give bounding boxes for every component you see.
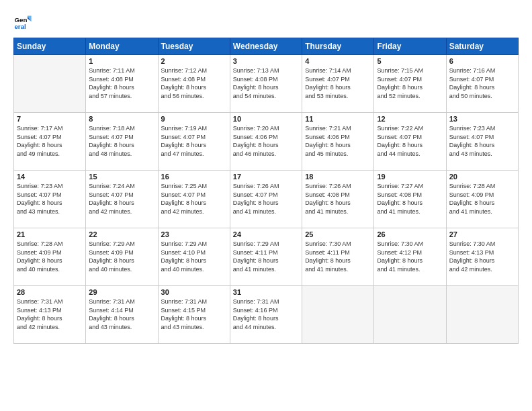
day-info: Sunrise: 7:22 AMSunset: 4:07 PMDaylight:…	[377, 124, 443, 158]
day-cell: 31Sunrise: 7:31 AMSunset: 4:16 PMDayligh…	[230, 286, 302, 344]
day-info: Sunrise: 7:18 AMSunset: 4:07 PMDaylight:…	[89, 124, 154, 158]
day-cell: 5Sunrise: 7:15 AMSunset: 4:07 PMDaylight…	[374, 55, 446, 113]
day-number: 30	[161, 288, 227, 296]
day-info: Sunrise: 7:12 AMSunset: 4:08 PMDaylight:…	[161, 66, 227, 100]
day-cell: 11Sunrise: 7:21 AMSunset: 4:06 PMDayligh…	[302, 113, 374, 171]
day-info: Sunrise: 7:31 AMSunset: 4:14 PMDaylight:…	[89, 298, 154, 331]
day-cell: 29Sunrise: 7:31 AMSunset: 4:14 PMDayligh…	[86, 286, 158, 344]
day-number: 19	[377, 173, 443, 181]
day-cell: 26Sunrise: 7:30 AMSunset: 4:12 PMDayligh…	[374, 228, 446, 286]
day-cell: 21Sunrise: 7:28 AMSunset: 4:09 PMDayligh…	[14, 228, 86, 286]
day-info: Sunrise: 7:14 AMSunset: 4:07 PMDaylight:…	[305, 66, 371, 100]
day-info: Sunrise: 7:28 AMSunset: 4:09 PMDaylight:…	[449, 182, 515, 216]
day-number: 26	[377, 230, 443, 238]
day-number: 10	[233, 115, 299, 123]
day-info: Sunrise: 7:19 AMSunset: 4:07 PMDaylight:…	[161, 124, 227, 158]
day-number: 3	[233, 57, 299, 65]
day-cell: 3Sunrise: 7:13 AMSunset: 4:08 PMDaylight…	[230, 55, 302, 113]
day-cell: 23Sunrise: 7:29 AMSunset: 4:10 PMDayligh…	[158, 228, 230, 286]
day-cell: 30Sunrise: 7:31 AMSunset: 4:15 PMDayligh…	[158, 286, 230, 344]
col-header-friday: Friday	[374, 38, 446, 55]
day-info: Sunrise: 7:24 AMSunset: 4:07 PMDaylight:…	[89, 182, 154, 216]
day-cell: 8Sunrise: 7:18 AMSunset: 4:07 PMDaylight…	[86, 113, 158, 171]
day-number: 2	[161, 57, 227, 65]
week-row-1: 1Sunrise: 7:11 AMSunset: 4:08 PMDaylight…	[14, 55, 519, 113]
day-number: 1	[89, 57, 154, 65]
day-info: Sunrise: 7:17 AMSunset: 4:07 PMDaylight:…	[17, 124, 83, 158]
day-number: 28	[17, 288, 83, 296]
day-number: 21	[17, 230, 83, 238]
page-header: Gen eral	[13, 12, 519, 31]
day-cell: 24Sunrise: 7:29 AMSunset: 4:11 PMDayligh…	[230, 228, 302, 286]
day-cell: 18Sunrise: 7:26 AMSunset: 4:08 PMDayligh…	[302, 171, 374, 228]
day-cell: 25Sunrise: 7:30 AMSunset: 4:11 PMDayligh…	[302, 228, 374, 286]
day-info: Sunrise: 7:29 AMSunset: 4:11 PMDaylight:…	[233, 240, 299, 273]
day-number: 25	[305, 230, 371, 238]
day-number: 23	[161, 230, 227, 238]
day-cell: 19Sunrise: 7:27 AMSunset: 4:08 PMDayligh…	[374, 171, 446, 228]
day-info: Sunrise: 7:31 AMSunset: 4:15 PMDaylight:…	[161, 298, 227, 331]
col-header-sunday: Sunday	[14, 38, 86, 55]
day-cell: 13Sunrise: 7:23 AMSunset: 4:07 PMDayligh…	[446, 113, 518, 171]
day-info: Sunrise: 7:26 AMSunset: 4:08 PMDaylight:…	[305, 182, 371, 216]
day-cell: 10Sunrise: 7:20 AMSunset: 4:06 PMDayligh…	[230, 113, 302, 171]
svg-text:eral: eral	[14, 23, 26, 30]
day-info: Sunrise: 7:29 AMSunset: 4:09 PMDaylight:…	[89, 240, 154, 273]
day-cell: 9Sunrise: 7:19 AMSunset: 4:07 PMDaylight…	[158, 113, 230, 171]
day-cell: 27Sunrise: 7:30 AMSunset: 4:13 PMDayligh…	[446, 228, 518, 286]
day-info: Sunrise: 7:20 AMSunset: 4:06 PMDaylight:…	[233, 124, 299, 158]
day-number: 20	[449, 173, 515, 181]
day-cell: 20Sunrise: 7:28 AMSunset: 4:09 PMDayligh…	[446, 171, 518, 228]
day-number: 6	[449, 57, 515, 65]
day-number: 14	[17, 173, 83, 181]
day-info: Sunrise: 7:15 AMSunset: 4:07 PMDaylight:…	[377, 66, 443, 100]
day-cell: 17Sunrise: 7:26 AMSunset: 4:07 PMDayligh…	[230, 171, 302, 228]
day-cell: 12Sunrise: 7:22 AMSunset: 4:07 PMDayligh…	[374, 113, 446, 171]
day-number: 13	[449, 115, 515, 123]
day-info: Sunrise: 7:30 AMSunset: 4:12 PMDaylight:…	[377, 240, 443, 273]
day-number: 17	[233, 173, 299, 181]
day-number: 24	[233, 230, 299, 238]
day-info: Sunrise: 7:21 AMSunset: 4:06 PMDaylight:…	[305, 124, 371, 158]
day-info: Sunrise: 7:11 AMSunset: 4:08 PMDaylight:…	[89, 66, 154, 100]
day-cell: 14Sunrise: 7:23 AMSunset: 4:07 PMDayligh…	[14, 171, 86, 228]
day-cell: 22Sunrise: 7:29 AMSunset: 4:09 PMDayligh…	[86, 228, 158, 286]
day-cell: 15Sunrise: 7:24 AMSunset: 4:07 PMDayligh…	[86, 171, 158, 228]
day-number: 5	[377, 57, 443, 65]
day-number: 15	[89, 173, 154, 181]
day-cell: 6Sunrise: 7:16 AMSunset: 4:07 PMDaylight…	[446, 55, 518, 113]
day-number: 16	[161, 173, 227, 181]
day-number: 29	[89, 288, 154, 296]
day-info: Sunrise: 7:25 AMSunset: 4:07 PMDaylight:…	[161, 182, 227, 216]
day-cell	[14, 55, 86, 113]
day-info: Sunrise: 7:29 AMSunset: 4:10 PMDaylight:…	[161, 240, 227, 273]
day-cell: 16Sunrise: 7:25 AMSunset: 4:07 PMDayligh…	[158, 171, 230, 228]
day-number: 31	[233, 288, 299, 296]
day-info: Sunrise: 7:28 AMSunset: 4:09 PMDaylight:…	[17, 240, 83, 273]
day-number: 8	[89, 115, 154, 123]
day-cell: 7Sunrise: 7:17 AMSunset: 4:07 PMDaylight…	[14, 113, 86, 171]
day-info: Sunrise: 7:23 AMSunset: 4:07 PMDaylight:…	[17, 182, 83, 216]
week-row-2: 7Sunrise: 7:17 AMSunset: 4:07 PMDaylight…	[14, 113, 519, 171]
col-header-saturday: Saturday	[446, 38, 518, 55]
day-number: 12	[377, 115, 443, 123]
day-info: Sunrise: 7:27 AMSunset: 4:08 PMDaylight:…	[377, 182, 443, 216]
day-info: Sunrise: 7:30 AMSunset: 4:11 PMDaylight:…	[305, 240, 371, 273]
col-header-tuesday: Tuesday	[158, 38, 230, 55]
day-cell: 4Sunrise: 7:14 AMSunset: 4:07 PMDaylight…	[302, 55, 374, 113]
col-header-wednesday: Wednesday	[230, 38, 302, 55]
col-header-monday: Monday	[86, 38, 158, 55]
week-row-4: 21Sunrise: 7:28 AMSunset: 4:09 PMDayligh…	[14, 228, 519, 286]
week-row-3: 14Sunrise: 7:23 AMSunset: 4:07 PMDayligh…	[14, 171, 519, 228]
day-number: 22	[89, 230, 154, 238]
week-row-5: 28Sunrise: 7:31 AMSunset: 4:13 PMDayligh…	[14, 286, 519, 344]
day-cell	[374, 286, 446, 344]
day-number: 7	[17, 115, 83, 123]
day-info: Sunrise: 7:16 AMSunset: 4:07 PMDaylight:…	[449, 66, 515, 100]
day-info: Sunrise: 7:31 AMSunset: 4:16 PMDaylight:…	[233, 298, 299, 331]
logo-icon: Gen eral	[13, 12, 32, 31]
calendar-header-row: SundayMondayTuesdayWednesdayThursdayFrid…	[14, 38, 519, 55]
day-number: 4	[305, 57, 371, 65]
calendar-table: SundayMondayTuesdayWednesdayThursdayFrid…	[13, 38, 519, 344]
day-number: 27	[449, 230, 515, 238]
